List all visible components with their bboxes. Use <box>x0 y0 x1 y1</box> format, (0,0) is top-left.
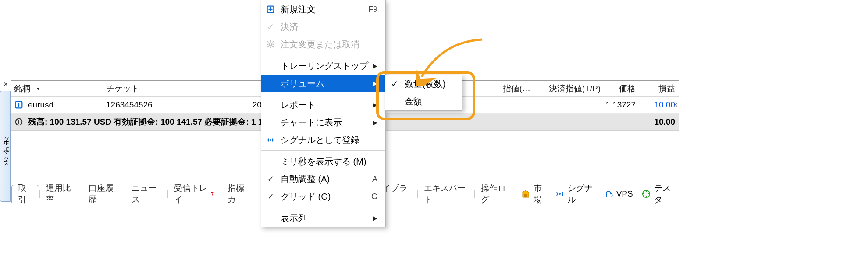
submenu-arrow-icon: ▶ <box>373 119 377 126</box>
submenu-arrow-icon: ▶ <box>373 215 377 222</box>
menu-signal-label: シグナルとして登録 <box>281 134 377 146</box>
menu-ms-label: ミリ秒を表示する (M) <box>281 156 377 168</box>
svg-point-6 <box>559 193 561 195</box>
sort-caret-icon: ▾ <box>37 86 39 92</box>
menu-report-label: レポート <box>281 99 368 111</box>
cell-ticket: 1263454526 <box>103 97 196 113</box>
menu-new-order-shortcut: F9 <box>368 5 377 14</box>
cell-symbol-text: eurusd <box>28 100 53 110</box>
menu-volume-label: ボリューム <box>281 78 368 89</box>
menu-chart-label: チャートに表示 <box>281 117 368 129</box>
svg-rect-5 <box>524 194 527 197</box>
menu-trailing-stop[interactable]: トレーリングストップ ▶ <box>261 57 385 75</box>
volume-submenu: ✓ 数量(枚数) 金額 <box>385 75 462 111</box>
menu-separator <box>261 55 385 55</box>
expand-icon[interactable] <box>14 117 24 127</box>
menu-autosize-label: 自動調整 (A) <box>281 173 368 185</box>
position-icon <box>14 100 24 110</box>
right-tester-label: テスタ <box>654 182 674 205</box>
svg-line-18 <box>273 41 274 42</box>
menu-new-order[interactable]: 新規注文 F9 <box>261 0 385 18</box>
menu-show-on-chart[interactable]: チャートに表示 ▶ <box>261 114 385 131</box>
submenu-money-label: 金額 <box>405 96 455 107</box>
tab-calendar[interactable]: 指標カ <box>221 185 256 203</box>
signals-icon <box>555 190 564 198</box>
menu-register-signal[interactable]: シグナルとして登録 <box>261 131 385 149</box>
tab-experts[interactable]: エキスパート <box>418 185 474 203</box>
submenu-lots[interactable]: ✓ 数量(枚数) <box>385 75 462 93</box>
menu-separator <box>261 94 385 94</box>
menu-close: ✓ 決済 <box>261 18 385 36</box>
market-icon <box>521 190 530 198</box>
header-price[interactable]: 価格 <box>594 81 638 96</box>
signal-icon <box>265 136 276 144</box>
menu-trailing-label: トレーリングストップ <box>281 60 368 72</box>
cell-symbol: eurusd <box>11 97 103 113</box>
tab-journal[interactable]: 操作ログ <box>475 185 517 203</box>
right-tester[interactable]: テスタ <box>637 185 679 203</box>
menu-grid-label: グリッド (G) <box>281 191 367 203</box>
tester-icon <box>642 190 651 198</box>
svg-point-19 <box>270 139 271 141</box>
right-signals-label: シグナル <box>568 182 595 205</box>
submenu-arrow-icon: ▶ <box>373 80 377 87</box>
menu-separator <box>261 207 385 207</box>
menu-grid[interactable]: グリッド (G) G <box>261 188 385 205</box>
tab-mailbox[interactable]: 受信トレイ7 <box>168 185 221 203</box>
svg-point-10 <box>269 43 272 46</box>
gear-icon <box>265 40 276 48</box>
header-sl[interactable]: 指値(… <box>472 81 533 96</box>
check-icon: ✓ <box>265 21 276 32</box>
tab-mailbox-label: 受信トレイ <box>174 182 210 205</box>
summary-text-label: 残高: 100 131.57 USD 有効証拠金: 100 141.57 必要証… <box>28 116 272 128</box>
right-vps[interactable]: VPS <box>600 185 637 203</box>
context-menu: 新規注文 F9 ✓ 決済 注文変更または取消 トレーリングストップ ▶ ボリュー… <box>261 0 386 227</box>
header-pl[interactable]: 損益 <box>638 81 678 96</box>
submenu-money[interactable]: 金額 <box>385 93 462 110</box>
menu-volume[interactable]: ボリューム ▶ <box>261 75 385 92</box>
svg-line-16 <box>273 46 274 47</box>
menu-separator <box>261 150 385 151</box>
submenu-arrow-icon: ▶ <box>373 101 377 108</box>
menu-grid-shortcut: G <box>371 192 377 201</box>
tab-exposure[interactable]: 運用比率 <box>40 185 82 203</box>
svg-rect-1 <box>18 103 19 107</box>
check-icon <box>265 192 276 201</box>
svg-line-15 <box>267 41 268 42</box>
vps-icon <box>604 190 613 198</box>
new-order-icon <box>265 5 276 13</box>
check-icon <box>265 174 276 184</box>
header-symbol[interactable]: 銘柄 ▾ <box>11 81 103 96</box>
summary-pl: 10.00 <box>638 114 678 130</box>
submenu-lots-label: 数量(枚数) <box>405 78 455 90</box>
tab-news[interactable]: ニュース <box>125 185 167 203</box>
cell-price: 1.13727 <box>594 97 638 113</box>
cell-pl: 10.00 <box>638 97 678 113</box>
header-tp[interactable]: 決済指値(T/P) <box>533 81 603 96</box>
close-position-button[interactable]: × <box>673 100 678 110</box>
menu-modify: 注文変更または取消 <box>261 36 385 53</box>
right-vps-label: VPS <box>616 189 633 199</box>
submenu-arrow-icon: ▶ <box>373 62 377 69</box>
check-icon: ✓ <box>389 79 400 89</box>
menu-new-order-label: 新規注文 <box>281 4 364 15</box>
menu-report[interactable]: レポート ▶ <box>261 96 385 114</box>
menu-modify-label: 注文変更または取消 <box>281 39 377 50</box>
menu-autosize[interactable]: 自動調整 (A) A <box>261 170 385 188</box>
svg-line-17 <box>267 46 268 47</box>
panel-close-button[interactable]: × <box>2 80 10 89</box>
menu-columns-label: 表示列 <box>281 212 368 224</box>
header-symbol-label: 銘柄 <box>14 83 31 94</box>
mailbox-badge: 7 <box>211 191 214 197</box>
right-signals[interactable]: シグナル <box>551 185 600 203</box>
header-ticket[interactable]: チケット <box>103 81 196 96</box>
menu-show-ms[interactable]: ミリ秒を表示する (M) <box>261 153 385 170</box>
toolbox-vertical-tab[interactable]: ツールボックス <box>0 91 11 202</box>
menu-close-label: 決済 <box>281 21 377 33</box>
right-market-label: 市場 <box>534 182 547 205</box>
menu-autosize-shortcut: A <box>372 175 377 184</box>
menu-columns[interactable]: 表示列 ▶ <box>261 209 385 227</box>
tab-trade[interactable]: 取引 <box>11 185 39 203</box>
tab-history[interactable]: 口座履歴 <box>82 185 125 203</box>
right-market[interactable]: 市場 <box>517 185 551 203</box>
